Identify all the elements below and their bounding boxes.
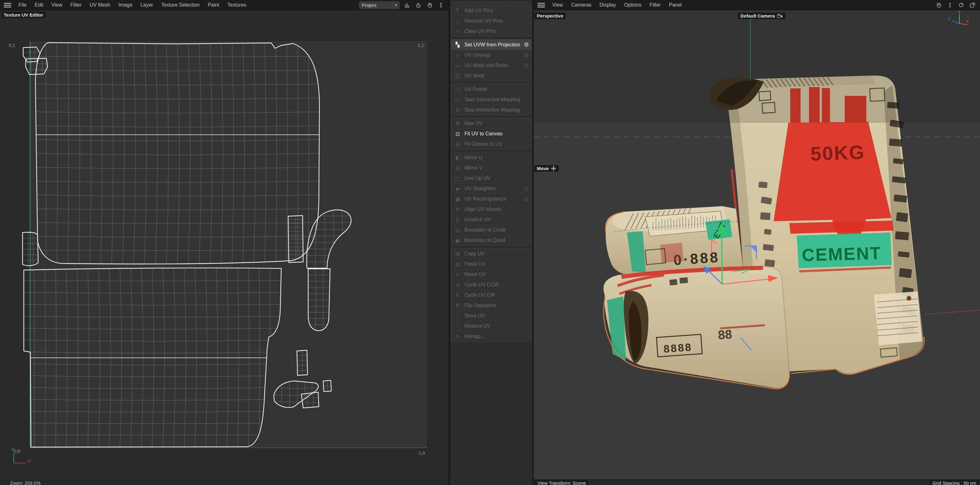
cmd-restore-uv[interactable]: ↑Restore UV: [451, 321, 531, 331]
gear-settings-icon[interactable]: ⚙: [524, 52, 529, 58]
weld-relax-icon: ▭: [453, 63, 461, 69]
cycle-ccw-icon: ↺: [453, 282, 461, 288]
dolly-icon[interactable]: [437, 2, 445, 8]
cmd-copy-uv[interactable]: ▤Copy UV: [451, 249, 531, 259]
cmd-mirror-v[interactable]: ⊟Mirror V: [451, 163, 531, 173]
cmd-uv-weld-and-relax[interactable]: ▭UV Weld and Relax⚙: [451, 60, 531, 70]
cmd-uv-peeler[interactable]: ◳UV Peeler: [451, 84, 531, 94]
peeler-icon: ◳: [453, 86, 461, 92]
zoom-level: Zoom: 259.0%: [10, 480, 41, 485]
cmd-max-uv[interactable]: ⊠Max UV: [451, 118, 531, 128]
cmd-label: Fit UV to Canvas: [465, 131, 503, 137]
hamburger-menu-icon[interactable]: [4, 3, 11, 8]
cmd-boundary-to-circle[interactable]: ◎Boundary to Circle: [451, 225, 531, 235]
cmd-reset-uv[interactable]: ↩Reset UV: [451, 269, 531, 279]
menu-textures[interactable]: Textures: [223, 2, 250, 8]
cmd-remap[interactable]: ✎Remap...: [451, 331, 531, 341]
uv-editor-canvas[interactable]: Texture UV Editor 0,1 1,1 0,0 1,0 V U: [0, 10, 449, 485]
unlock-icon[interactable]: [415, 2, 422, 8]
gear-settings-icon[interactable]: ⚙: [524, 186, 529, 192]
cmd-clear-uv-pins[interactable]: ×Clear UV Pins: [451, 26, 531, 36]
cmd-start-interactive-mapping[interactable]: ▷Start Interactive Mapping: [451, 94, 531, 105]
cmd-uv-weld[interactable]: [{]UV Weld: [451, 70, 531, 81]
hamburger-menu-icon[interactable]: [538, 3, 545, 8]
cmd-set-uvw-from-projection[interactable]: ▚Set UVW from Projection⚙: [451, 40, 531, 50]
viewport-type-label: Perspective: [534, 13, 566, 19]
cmd-label: Remove UV Pins: [465, 18, 503, 24]
boundary-circle-icon: ◎: [453, 227, 461, 233]
pane-divider[interactable]: [449, 0, 450, 485]
max-uv-icon: ⊠: [453, 120, 461, 126]
gear-settings-icon[interactable]: ⚙: [524, 196, 529, 202]
uv-axis-indicator: [14, 453, 26, 463]
uv-u-axis-label: U: [27, 458, 31, 463]
cmd-flip-sequence[interactable]: ⇅Flip Sequence: [451, 300, 531, 311]
cmd-paste-uv[interactable]: ▥Paste UV: [451, 259, 531, 269]
viewport-menu-display[interactable]: Display: [595, 2, 620, 8]
project-dropdown[interactable]: Project ▾: [359, 1, 399, 9]
uv-editor-menubar: FileEditViewFilterUV MeshImageLayerTextu…: [0, 0, 449, 10]
y-axis-label: Y: [958, 10, 961, 14]
uv-editor-statusbar: Zoom: 259.0%: [0, 479, 449, 485]
viewport-menu-options[interactable]: Options: [620, 2, 646, 8]
menu-view[interactable]: View: [47, 2, 66, 8]
command-group: ▚Set UVW from Projection⚙▱UV Unwrap⚙▭UV …: [451, 39, 531, 81]
orbit-icon[interactable]: [958, 2, 965, 8]
cmd-line-up-uv[interactable]: ▢Line Up UV: [451, 173, 531, 183]
camera-icon: [777, 14, 783, 18]
cmd-label: Stop Interactive Mapping: [465, 107, 520, 113]
cmd-uv-unwrap[interactable]: ▱UV Unwrap⚙: [451, 50, 531, 60]
command-group: ▤Copy UV▥Paste UV↩Reset UV↺Cycle UV CCW↻…: [451, 248, 531, 342]
menu-filter[interactable]: Filter: [67, 2, 86, 8]
cmd-store-uv[interactable]: ↓Store UV: [451, 311, 531, 321]
viewport-menu-view[interactable]: View: [548, 2, 567, 8]
palette-grip-handle[interactable]: [452, 1, 531, 5]
gear-settings-icon[interactable]: ⚙: [524, 41, 529, 48]
pan-hand-icon[interactable]: [935, 2, 942, 8]
maximize-view-icon[interactable]: [969, 2, 976, 8]
cmd-boundary-to-quad[interactable]: ▣Boundary to Quad: [451, 235, 531, 245]
play-icon: ▷: [453, 97, 461, 103]
cmd-align-uv-islands[interactable]: ↻Align UV Islands: [451, 204, 531, 214]
viewport-axis-gizmo[interactable]: Y Z X: [945, 10, 969, 31]
menu-image[interactable]: Image: [114, 2, 136, 8]
cmd-uv-rectangularize[interactable]: ▦UV Rectangularize⚙: [451, 194, 531, 204]
cmd-label: Remap...: [465, 333, 485, 339]
reset-icon: ↩: [453, 272, 461, 278]
menu-layer[interactable]: Layer: [137, 2, 157, 8]
menu-uv-mesh[interactable]: UV Mesh: [86, 2, 114, 8]
dolly-icon[interactable]: [946, 2, 954, 8]
viewport-menu-cameras[interactable]: Cameras: [567, 2, 595, 8]
cmd-label: Add UV Pins: [465, 8, 493, 13]
cmd-cycle-uv-cw[interactable]: ↻Cycle UV CW: [451, 290, 531, 300]
cmd-mirror-u[interactable]: ◧Mirror U: [451, 152, 531, 163]
cmd-fit-canvas-to-uv[interactable]: ⊞Fit Canvas to UV: [451, 139, 531, 149]
cement-bag-lying-top: ENT 0·888: [605, 206, 744, 276]
pane-divider[interactable]: [533, 0, 534, 485]
active-camera-label[interactable]: Default Camera: [738, 13, 786, 19]
pan-hand-icon[interactable]: [426, 2, 433, 8]
3d-viewport[interactable]: 50KG CEMENT: [534, 10, 980, 485]
cmd-label: Unstitch UV: [465, 217, 491, 222]
menu-paint[interactable]: Paint: [204, 2, 223, 8]
cmd-uv-straighten[interactable]: ▰UV Straighten⚙: [451, 183, 531, 194]
menu-texture-selection[interactable]: Texture Selection: [157, 2, 204, 8]
bag-product-text: CEMENT: [802, 243, 881, 265]
viewport-menu-filter[interactable]: Filter: [646, 2, 665, 8]
cmd-cycle-uv-ccw[interactable]: ↺Cycle UV CCW: [451, 279, 531, 290]
cmd-label: Boundary to Quad: [465, 238, 505, 243]
cmd-remove-uv-pins[interactable]: ⊥Remove UV Pins: [451, 16, 531, 26]
cmd-fit-uv-to-canvas[interactable]: ⊡Fit UV to Canvas: [451, 128, 531, 139]
cmd-label: Store UV: [465, 313, 485, 319]
gear-settings-icon[interactable]: ⚙: [524, 63, 529, 69]
cmd-stop-interactive-mapping[interactable]: ⊘Stop Interactive Mapping: [451, 105, 531, 115]
histogram-icon[interactable]: [403, 2, 411, 8]
cmd-add-uv-pins[interactable]: ⊤Add UV Pins: [451, 5, 531, 16]
menu-edit[interactable]: Edit: [31, 2, 48, 8]
x-axis-label: X: [966, 19, 969, 24]
pin-add-icon: ⊤: [453, 8, 461, 13]
menu-file[interactable]: File: [14, 2, 31, 8]
viewport-menu-panel[interactable]: Panel: [665, 2, 686, 8]
cmd-unstitch-uv[interactable]: }{Unstitch UV: [451, 214, 531, 225]
mirror-v-icon: ⊟: [453, 165, 461, 171]
